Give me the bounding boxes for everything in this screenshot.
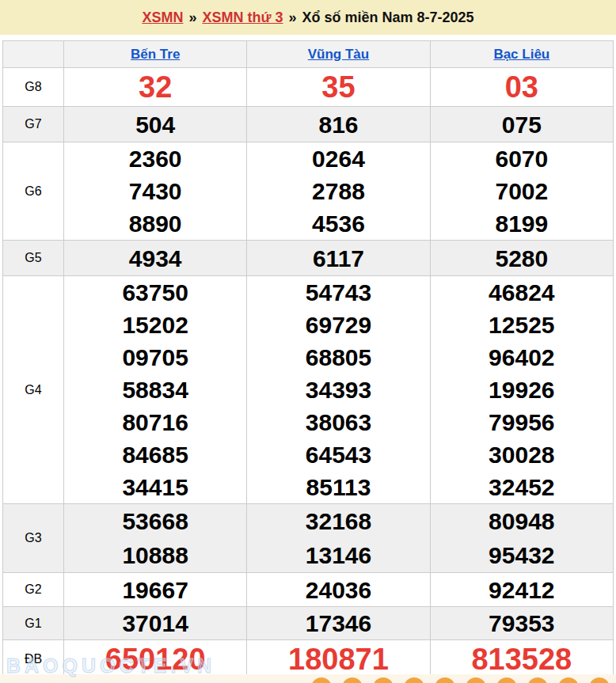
breadcrumb-link-xsmn[interactable]: XSMN — [142, 9, 183, 26]
prize-cell: 180871 — [247, 640, 430, 679]
prize-number: 7002 — [431, 175, 613, 207]
prize-number: 6070 — [431, 142, 613, 175]
prize-number: 8199 — [431, 207, 613, 240]
prize-label: G4 — [3, 276, 64, 504]
prize-number: 4536 — [247, 207, 429, 240]
prize-cell: 813528 — [430, 640, 613, 679]
table-row-G2: G2196672403692412 — [3, 573, 614, 607]
prize-cell: 026427884536 — [247, 142, 430, 241]
prize-number: 8890 — [64, 207, 246, 240]
loto-ball-icon — [466, 677, 486, 683]
table-row-DB: ĐB650120180871813528 — [3, 640, 614, 679]
prize-number: 813528 — [431, 641, 613, 678]
prize-number: 19667 — [64, 574, 246, 606]
corner-cell — [3, 41, 64, 68]
prize-number: 64543 — [247, 438, 429, 471]
province-link-ben-tre[interactable]: Bến Tre — [131, 47, 180, 62]
prize-number: 2788 — [247, 175, 429, 207]
prize-number: 95432 — [431, 538, 613, 572]
prize-label: G8 — [3, 68, 64, 107]
prize-cell: 3216813146 — [247, 504, 430, 573]
prize-number: 38063 — [247, 406, 429, 438]
prize-number: 35 — [247, 69, 429, 106]
prize-label: G2 — [3, 573, 64, 607]
prize-number: 650120 — [64, 641, 246, 678]
prize-cell: 4934 — [64, 241, 247, 276]
table-row-G3: G3536681088832168131468094895432 — [3, 504, 614, 573]
page-title: Xổ số miền Nam 8-7-2025 — [302, 9, 474, 26]
prize-number: 504 — [64, 108, 246, 141]
prize-label: ĐB — [3, 640, 64, 679]
loto-ball-icon — [311, 677, 332, 683]
prize-label: G5 — [3, 241, 64, 276]
prize-cell: 236074308890 — [64, 142, 247, 241]
prize-number: 63750 — [64, 276, 246, 309]
loto-ball-icon — [558, 677, 579, 683]
prize-cell: 37014 — [64, 607, 247, 640]
prize-number: 37014 — [64, 607, 246, 639]
prize-number: 180871 — [247, 641, 429, 678]
prize-number: 30028 — [431, 438, 613, 471]
prize-number: 84685 — [64, 438, 246, 471]
province-link-vung-tau[interactable]: Vũng Tàu — [308, 47, 369, 62]
prize-cell: 54743697296880534393380636454385113 — [247, 276, 430, 504]
prize-number: 816 — [247, 108, 429, 141]
prize-cell: 6117 — [247, 241, 430, 276]
prize-number: 075 — [431, 108, 613, 141]
prize-number: 68805 — [247, 341, 429, 374]
prize-number: 10888 — [64, 538, 246, 572]
prize-label: G6 — [3, 142, 64, 241]
breadcrumb: XSMN » XSMN thứ 3 » Xổ số miền Nam 8-7-2… — [0, 0, 616, 35]
province-link-bac-lieu[interactable]: Bạc Liêu — [493, 47, 549, 62]
loto-ball-icon — [435, 677, 455, 683]
prize-cell: 32 — [64, 68, 247, 107]
prize-cell: 63750152020970558834807168468534415 — [64, 276, 247, 504]
prize-number: 32 — [64, 69, 246, 106]
prize-number: 85113 — [247, 471, 429, 503]
prize-number: 32452 — [431, 471, 613, 503]
prize-cell: 24036 — [247, 573, 430, 607]
prize-number: 03 — [431, 69, 613, 106]
loto-ball-icon — [373, 677, 394, 683]
prize-number: 92412 — [431, 574, 613, 606]
breadcrumb-link-xsmn-thu-3[interactable]: XSMN thứ 3 — [202, 9, 283, 26]
loto-ball-icon — [589, 677, 610, 683]
prize-number: 4934 — [64, 242, 246, 275]
prize-number: 2360 — [64, 142, 246, 175]
next-section-strip — [0, 674, 616, 683]
prize-cell: 816 — [247, 107, 430, 142]
prize-number: 09705 — [64, 341, 246, 374]
prize-cell: 5366810888 — [64, 504, 247, 573]
prize-number: 54743 — [247, 276, 429, 309]
prize-number: 80948 — [431, 504, 613, 538]
prize-number: 19926 — [431, 374, 613, 406]
prize-number: 5280 — [431, 242, 613, 275]
prize-number: 34393 — [247, 374, 429, 406]
prize-number: 15202 — [64, 309, 246, 341]
table-row-G4: G463750152020970558834807168468534415547… — [3, 276, 614, 504]
loto-ball-icon — [342, 677, 363, 683]
breadcrumb-separator: » — [288, 9, 296, 26]
prize-number: 7430 — [64, 175, 246, 207]
loto-ball-icon — [527, 677, 548, 683]
prize-number: 34415 — [64, 471, 246, 503]
prize-cell: 46824125259640219926799563002832452 — [430, 276, 613, 504]
prize-cell: 650120 — [64, 640, 247, 679]
prize-cell: 03 — [430, 68, 613, 107]
prize-cell: 19667 — [64, 573, 247, 607]
breadcrumb-separator: » — [188, 9, 196, 26]
prize-number: 32168 — [247, 504, 429, 538]
prize-number: 79353 — [431, 607, 613, 639]
prize-cell: 8094895432 — [430, 504, 613, 573]
lottery-results-table: Bến Tre Vũng Tàu Bạc Liêu G8323503G75048… — [2, 40, 614, 679]
prize-number: 58834 — [64, 374, 246, 406]
prize-label: G7 — [3, 107, 64, 142]
table-row-G1: G1370141734679353 — [3, 607, 614, 640]
prize-number: 96402 — [431, 341, 613, 374]
prize-cell: 17346 — [247, 607, 430, 640]
prize-cell: 92412 — [430, 573, 613, 607]
prize-number: 0264 — [247, 142, 429, 175]
prize-cell: 35 — [247, 68, 430, 107]
prize-cell: 5280 — [430, 241, 613, 276]
table-row-G7: G7504816075 — [3, 107, 614, 142]
